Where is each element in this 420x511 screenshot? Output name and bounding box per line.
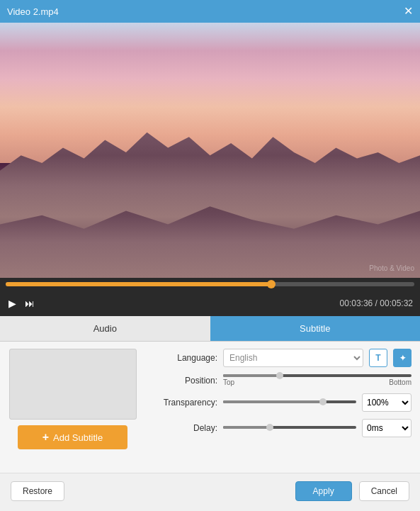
subtitle-preview <box>9 349 137 420</box>
position-track[interactable] <box>223 374 412 377</box>
text-icon: T <box>375 353 380 363</box>
transparency-track[interactable] <box>223 400 356 403</box>
apply-button[interactable]: Apply <box>295 481 352 501</box>
title-bar: Video 2.mp4 ✕ <box>0 0 420 23</box>
skip-icon: ⏭ <box>25 298 35 309</box>
position-slider-container: Top Bottom <box>223 374 412 386</box>
progress-bar-container[interactable] <box>0 278 420 291</box>
window-title: Video 2.mp4 <box>7 6 59 17</box>
position-fill <box>223 374 280 377</box>
language-label: Language: <box>154 353 217 363</box>
transparency-row: Transparency: 100% <box>154 393 412 412</box>
transparency-label: Transparency: <box>154 398 217 408</box>
add-subtitle-button[interactable]: + Add Subtitle <box>18 425 127 449</box>
progress-fill <box>6 282 271 286</box>
delay-fill <box>223 426 270 429</box>
footer-right: Apply Cancel <box>295 481 409 501</box>
text-style-button[interactable]: T <box>369 349 387 367</box>
current-time: 00:03:36 <box>340 298 373 308</box>
delay-thumb[interactable] <box>266 424 273 431</box>
transparency-value-select[interactable]: 100% <box>362 393 412 412</box>
left-panel: + Add Subtitle <box>0 342 145 473</box>
content-area: + Add Subtitle Language: English T ✦ Pos… <box>0 342 420 473</box>
transparency-fill <box>223 400 323 403</box>
controls-bar: ▶ ⏭ 00:03:36 / 00:05:32 <box>0 291 420 316</box>
controls-left: ▶ ⏭ <box>7 296 36 310</box>
footer: Restore Apply Cancel <box>0 473 420 508</box>
cancel-button[interactable]: Cancel <box>359 481 409 501</box>
delay-row: Delay: 0ms <box>154 419 412 437</box>
style-icon: ✦ <box>399 354 406 363</box>
style-settings-button[interactable]: ✦ <box>393 349 412 367</box>
delay-label: Delay: <box>154 423 217 433</box>
position-thumb[interactable] <box>276 372 283 379</box>
position-row: Position: Top Bottom <box>154 374 412 386</box>
transparency-thumb[interactable] <box>319 398 327 405</box>
language-select[interactable]: English <box>223 349 363 367</box>
video-watermark: Photo & Video <box>369 264 414 272</box>
play-icon: ▶ <box>8 298 16 309</box>
close-button[interactable]: ✕ <box>404 6 413 17</box>
sky-layer <box>0 23 420 163</box>
time-display: 00:03:36 / 00:05:32 <box>340 298 413 308</box>
restore-button[interactable]: Restore <box>11 481 64 501</box>
position-right-label: Bottom <box>389 378 412 386</box>
delay-value-select[interactable]: 0ms <box>362 419 412 437</box>
tab-audio[interactable]: Audio <box>0 316 210 341</box>
position-label: Position: <box>154 376 217 386</box>
position-left-label: Top <box>223 378 234 386</box>
delay-track[interactable] <box>223 426 356 429</box>
skip-button[interactable]: ⏭ <box>23 296 36 310</box>
language-row: Language: English T ✦ <box>154 349 412 367</box>
total-time: 00:05:32 <box>380 298 413 308</box>
video-player: Photo & Video <box>0 23 420 278</box>
progress-thumb[interactable] <box>267 280 276 288</box>
plus-icon: + <box>42 431 49 444</box>
right-panel: Language: English T ✦ Position: Top <box>145 342 420 473</box>
tab-subtitle[interactable]: Subtitle <box>210 316 421 341</box>
progress-track[interactable] <box>6 282 414 286</box>
footer-left: Restore <box>11 481 64 501</box>
play-button[interactable]: ▶ <box>7 296 18 310</box>
position-labels: Top Bottom <box>223 378 412 386</box>
tab-bar: Audio Subtitle <box>0 316 420 342</box>
